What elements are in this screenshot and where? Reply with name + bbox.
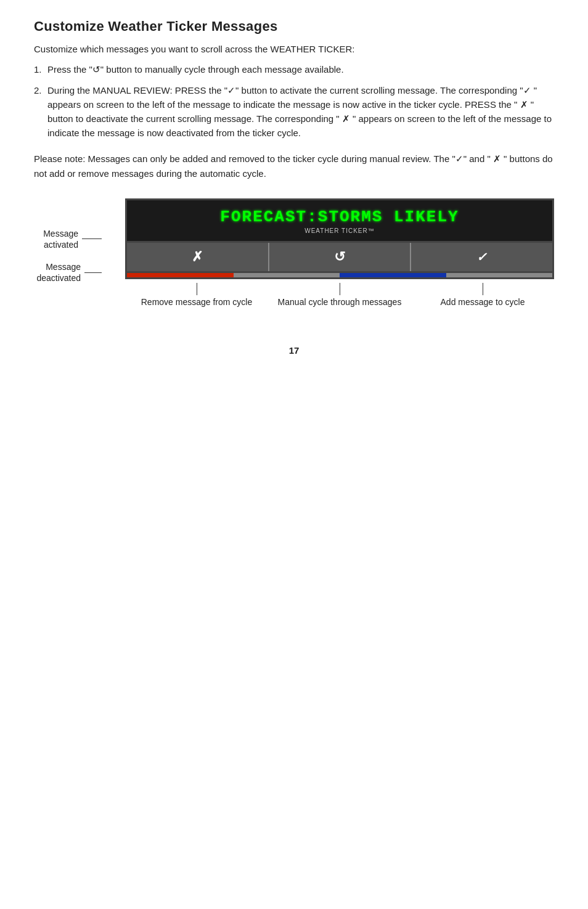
screen-box: ✓ ✗ FORECAST:STORMS LIKELY WEATHER TICKE… (125, 198, 554, 243)
indicator-check: ✓ (111, 206, 119, 218)
label-deactivated-text: Messagedeactivated (36, 261, 81, 283)
page-number: 17 (34, 345, 554, 356)
arrow-label-add-text: Add message to cycle (441, 296, 525, 309)
page-title: Customize Weather Ticker Messages (34, 18, 554, 35)
color-seg-2 (234, 273, 340, 277)
steps-list: 1. Press the "↺" button to manually cycl… (34, 62, 554, 140)
screen-indicators: ✓ ✗ (111, 206, 119, 232)
arrow-label-add: Add message to cycle (411, 283, 554, 309)
device-wrapper: ✓ ✗ FORECAST:STORMS LIKELY WEATHER TICKE… (107, 198, 554, 309)
step-1-content: Press the "↺" button to manually cycle t… (47, 62, 554, 76)
step-1: 1. Press the "↺" button to manually cycl… (34, 62, 554, 76)
ticker-display: FORECAST:STORMS LIKELY (134, 208, 545, 226)
intro-paragraph: Customize which messages you want to scr… (34, 42, 554, 56)
arrow-line-cycle (340, 283, 340, 295)
arrow-line-add (483, 283, 483, 295)
indicator-x: ✗ (111, 221, 119, 232)
color-seg-4 (446, 273, 553, 277)
color-bar (125, 273, 554, 279)
step-2: 2. During the MANUAL REVIEW: PRESS the "… (34, 83, 554, 141)
button-row: ✗ ↺ ✓ (125, 243, 554, 273)
label-deactivated-row: Messagedeactivated (36, 261, 102, 283)
arrow-line-remove (197, 283, 197, 295)
button-cycle: ↺ (269, 243, 412, 271)
label-deactivated-line (84, 272, 102, 273)
note-paragraph: Please note: Messages can only be added … (34, 152, 554, 181)
label-activated-line (82, 238, 102, 239)
arrow-label-remove-text: Remove message from cycle (141, 296, 253, 309)
button-check: ✓ (411, 243, 552, 271)
arrow-label-remove: Remove message from cycle (125, 283, 268, 309)
step-2-num: 2. (34, 83, 47, 97)
step-2-content: During the MANUAL REVIEW: PRESS the "✓" … (47, 83, 554, 141)
label-activated-row: Messageactivated (43, 228, 102, 250)
color-seg-1 (127, 273, 234, 277)
button-x-symbol: ✗ (192, 249, 203, 264)
arrow-label-cycle-text: Manual cycle through messages (278, 296, 402, 309)
button-x: ✗ (127, 243, 269, 271)
arrow-label-cycle: Manual cycle through messages (268, 283, 411, 309)
arrow-labels: Remove message from cycle Manual cycle t… (125, 283, 554, 309)
step-1-num: 1. (34, 62, 47, 76)
diagram-area: Messageactivated Messagedeactivated ✓ ✗ … (34, 198, 554, 309)
button-cycle-symbol: ↺ (334, 249, 345, 264)
label-activated-text: Messageactivated (43, 228, 78, 250)
button-check-symbol: ✓ (476, 250, 487, 264)
weather-ticker-label: WEATHER TICKER™ (134, 227, 545, 234)
color-seg-3 (340, 273, 446, 277)
label-column: Messageactivated Messagedeactivated (34, 198, 102, 287)
